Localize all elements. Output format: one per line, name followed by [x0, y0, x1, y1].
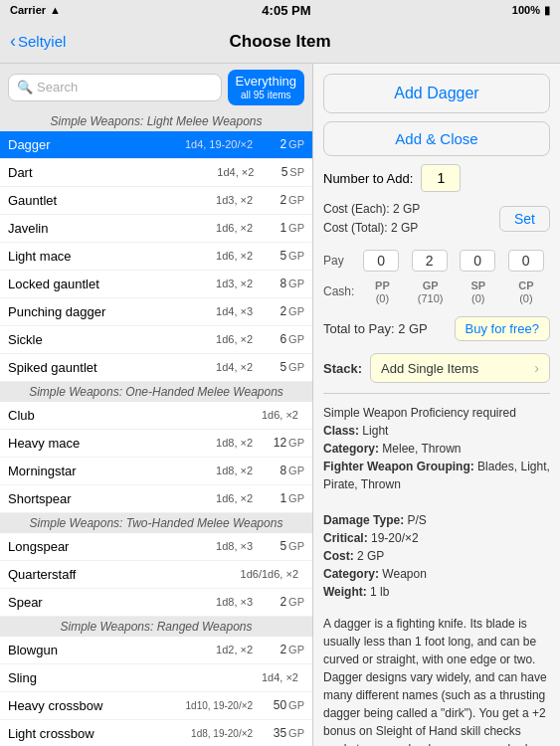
search-placeholder: Search: [37, 80, 78, 94]
list-item[interactable]: Light crossbow 1d8, 19-20/×2 35 GP: [0, 720, 312, 746]
list-item[interactable]: Spiked gauntlet 1d4, ×2 5 GP: [0, 354, 312, 382]
list-item[interactable]: Spear 1d8, ×3 2 GP: [0, 589, 312, 617]
desc-proficiency: Simple Weapon Proficiency required: [323, 404, 550, 422]
cash-header-pp: PP: [375, 280, 390, 291]
list-item[interactable]: Longspear 1d8, ×3 5 GP: [0, 533, 312, 561]
pay-col-cp: 0: [502, 250, 551, 272]
item-list: Simple Weapons: Light Melee Weapons Dagg…: [0, 111, 312, 746]
right-panel: Add Dagger Add & Close Number to Add: 1 …: [313, 64, 560, 746]
list-item[interactable]: Shortspear 1d6, ×2 1 GP: [0, 485, 312, 513]
pay-values-row: 0 2 0 0: [357, 250, 550, 272]
divider: [323, 393, 550, 394]
battery-icon: ▮: [544, 4, 550, 17]
section-header-2: Simple Weapons: Two-Handed Melee Weapons: [0, 513, 312, 533]
pay-value-pp[interactable]: 0: [363, 250, 399, 272]
cash-header-sp: SP: [470, 280, 485, 291]
cash-value-sp: (0): [455, 292, 502, 304]
cost-each-label: Cost (Each): 2 GP: [323, 200, 420, 219]
list-item[interactable]: Heavy mace 1d8, ×2 12 GP: [0, 430, 312, 458]
cash-header-gp: GP: [423, 280, 439, 291]
carrier-label: Carrier: [10, 4, 46, 16]
stack-button[interactable]: Add Single Items ›: [370, 353, 550, 383]
list-item[interactable]: Light mace 1d6, ×2 5 GP: [0, 243, 312, 271]
stack-label: Stack:: [323, 361, 362, 376]
cost-total-label: Cost (Total): 2 GP: [323, 219, 420, 238]
pay-col-gp: 2: [406, 250, 455, 272]
cost-info: Cost (Each): 2 GP Cost (Total): 2 GP: [323, 200, 420, 238]
cash-col-gp: GP (710): [407, 278, 455, 304]
cost-set-row: Cost (Each): 2 GP Cost (Total): 2 GP Set: [323, 200, 550, 238]
pay-col-sp: 0: [454, 250, 502, 272]
list-item[interactable]: Dart 1d4, ×2 5 SP: [0, 159, 312, 187]
list-item[interactable]: Heavy crossbow 1d10, 19-20/×2 50 GP: [0, 692, 312, 720]
everything-sublabel: all 95 items: [236, 90, 296, 101]
item-description: Simple Weapon Proficiency required Class…: [323, 404, 550, 601]
pay-section: Pay 0 2 0 0 Cash:: [323, 246, 550, 304]
cash-header-cp: CP: [518, 280, 533, 291]
cash-col-sp: SP (0): [455, 278, 502, 304]
pay-value-cp[interactable]: 0: [508, 250, 544, 272]
list-item[interactable]: Quarterstaff 1d6/1d6, ×2: [0, 561, 312, 589]
list-item[interactable]: Sling 1d4, ×2: [0, 664, 312, 692]
back-label: Seltyiel: [18, 33, 66, 50]
chevron-right-icon: ›: [534, 360, 539, 376]
list-item[interactable]: Punching dagger 1d4, ×3 2 GP: [0, 298, 312, 326]
back-button[interactable]: ‹ Seltyiel: [10, 31, 66, 52]
cash-value-pp: (0): [358, 292, 406, 304]
set-button[interactable]: Set: [499, 206, 550, 232]
cash-row-label: Cash:: [323, 280, 354, 298]
desc-cost: Cost: 2 GP: [323, 547, 550, 565]
desc-damage-type: Damage Type: P/S: [323, 511, 550, 529]
nav-title: Choose Item: [229, 32, 330, 52]
number-to-add-label: Number to Add:: [323, 171, 413, 186]
cash-value-cp: (0): [502, 292, 550, 304]
cash-values-row: PP (0) GP (710) SP (0) CP (0): [358, 278, 550, 304]
back-chevron-icon: ‹: [10, 31, 16, 52]
list-item[interactable]: Club 1d6, ×2: [0, 402, 312, 430]
desc-fighter-grouping: Fighter Weapon Grouping: Blades, Light, …: [323, 458, 550, 493]
status-bar: Carrier ▲ 4:05 PM 100% ▮: [0, 0, 560, 20]
left-panel: 🔍 Search Everything all 95 items Simple …: [0, 64, 313, 746]
total-pay-row: Total to Pay: 2 GP Buy for free?: [323, 316, 550, 341]
stack-value: Add Single Items: [381, 361, 478, 376]
pay-col-pp: 0: [357, 250, 406, 272]
main-container: 🔍 Search Everything all 95 items Simple …: [0, 64, 560, 746]
search-area: 🔍 Search Everything all 95 items: [0, 64, 312, 111]
everything-button[interactable]: Everything all 95 items: [228, 70, 304, 105]
desc-category: Category: Melee, Thrown: [323, 440, 550, 458]
list-item[interactable]: Javelin 1d6, ×2 1 GP: [0, 215, 312, 243]
status-time: 4:05 PM: [262, 3, 310, 18]
buy-free-button[interactable]: Buy for free?: [455, 316, 550, 341]
list-item[interactable]: Blowgun 1d2, ×2 2 GP: [0, 637, 312, 664]
cash-col-cp: CP (0): [502, 278, 550, 304]
search-box[interactable]: 🔍 Search: [8, 74, 222, 101]
status-right: 100% ▮: [512, 4, 550, 17]
number-to-add-input[interactable]: 1: [421, 164, 461, 192]
list-item[interactable]: Locked gauntlet 1d3, ×2 8 GP: [0, 271, 312, 298]
section-header-3: Simple Weapons: Ranged Weapons: [0, 617, 312, 637]
desc-class: Class: Light: [323, 422, 550, 440]
desc-critical: Critical: 19-20/×2: [323, 529, 550, 547]
pay-value-sp[interactable]: 0: [460, 250, 495, 272]
total-pay-label: Total to Pay: 2 GP: [323, 321, 428, 336]
stack-row: Stack: Add Single Items ›: [323, 353, 550, 383]
item-flavor-text: A dagger is a fighting knife. Its blade …: [323, 615, 550, 746]
status-left: Carrier ▲: [10, 4, 61, 16]
add-dagger-button[interactable]: Add Dagger: [323, 74, 550, 113]
pay-row-label: Pay: [323, 250, 353, 268]
section-header-1: Simple Weapons: One-Handed Melee Weapons: [0, 382, 312, 402]
list-item[interactable]: Sickle 1d6, ×2 6 GP: [0, 326, 312, 354]
number-to-add-row: Number to Add: 1: [323, 164, 550, 192]
wifi-icon: ▲: [50, 4, 61, 16]
desc-weight: Weight: 1 lb: [323, 583, 550, 601]
pay-value-gp[interactable]: 2: [412, 250, 448, 272]
list-item[interactable]: Morningstar 1d8, ×2 8 GP: [0, 458, 312, 485]
list-item[interactable]: Dagger 1d4, 19-20/×2 2 GP: [0, 131, 312, 159]
section-header-0: Simple Weapons: Light Melee Weapons: [0, 111, 312, 131]
desc-item-category: Category: Weapon: [323, 565, 550, 583]
add-close-button[interactable]: Add & Close: [323, 121, 550, 156]
nav-bar: ‹ Seltyiel Choose Item: [0, 20, 560, 64]
battery-label: 100%: [512, 4, 540, 16]
search-icon: 🔍: [17, 80, 33, 94]
list-item[interactable]: Gauntlet 1d3, ×2 2 GP: [0, 187, 312, 215]
